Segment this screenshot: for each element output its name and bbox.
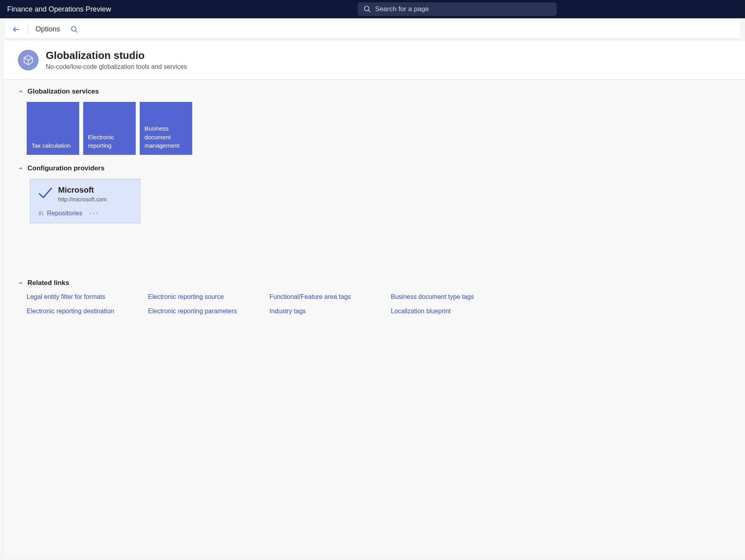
provider-header: Microsoft http://microsoft.com bbox=[37, 185, 133, 203]
link-feature-area-tags[interactable]: Functional/Feature area tags bbox=[269, 293, 383, 300]
svg-line-7 bbox=[42, 211, 43, 215]
library-icon bbox=[38, 210, 45, 217]
section-toggle-services[interactable]: Globalization services bbox=[18, 88, 731, 96]
link-industry-tags[interactable]: Industry tags bbox=[269, 308, 383, 315]
search-icon bbox=[363, 5, 371, 13]
page-title: Globalization studio bbox=[46, 49, 187, 62]
provider-card-microsoft[interactable]: Microsoft http://microsoft.com Repositor… bbox=[30, 179, 140, 223]
workspace-icon bbox=[18, 50, 39, 70]
section-toggle-related[interactable]: Related links bbox=[18, 279, 731, 287]
svg-line-4 bbox=[76, 30, 78, 32]
action-bar: Options bbox=[5, 20, 740, 39]
active-check-icon bbox=[37, 185, 53, 201]
related-links-grid: Legal entity filter for formats Electron… bbox=[27, 293, 504, 315]
link-business-doc-type-tags[interactable]: Business document type tags bbox=[391, 293, 504, 300]
repositories-label: Repositories bbox=[47, 210, 82, 217]
globalization-services-section: Globalization services Tax calculation E… bbox=[18, 88, 731, 155]
chevron-up-icon bbox=[18, 89, 23, 94]
divider bbox=[28, 25, 28, 34]
link-er-source[interactable]: Electronic reporting source bbox=[148, 293, 261, 300]
action-search-button[interactable] bbox=[70, 25, 78, 33]
tile-electronic-reporting[interactable]: Electronic reporting bbox=[83, 102, 136, 155]
tile-tax-calculation[interactable]: Tax calculation bbox=[27, 102, 79, 155]
back-button[interactable] bbox=[12, 25, 21, 34]
checkmark-icon bbox=[37, 185, 53, 200]
arrow-left-icon bbox=[12, 25, 21, 34]
chevron-up-icon bbox=[18, 166, 23, 171]
svg-point-3 bbox=[72, 26, 76, 31]
tile-label: Business document management bbox=[144, 124, 187, 150]
section-toggle-providers[interactable]: Configuration providers bbox=[18, 164, 731, 172]
configuration-providers-section: Configuration providers Microsoft http:/… bbox=[18, 164, 731, 223]
box-icon bbox=[23, 55, 34, 66]
provider-url: http://microsoft.com bbox=[58, 196, 107, 203]
more-actions-button[interactable]: ··· bbox=[90, 209, 99, 217]
options-button[interactable]: Options bbox=[35, 25, 60, 33]
link-localization-blueprint[interactable]: Localization blueprint bbox=[391, 308, 504, 315]
search-input[interactable]: Search for a page bbox=[358, 2, 557, 16]
chevron-up-icon bbox=[18, 280, 23, 286]
provider-actions: Repositories ··· bbox=[38, 209, 133, 217]
app-title: Finance and Operations Preview bbox=[7, 5, 111, 14]
repositories-link[interactable]: Repositories bbox=[38, 210, 82, 217]
tile-business-document-management[interactable]: Business document management bbox=[140, 102, 192, 155]
tile-label: Electronic reporting bbox=[88, 133, 131, 150]
link-er-parameters[interactable]: Electronic reporting parameters bbox=[148, 308, 261, 315]
svg-point-0 bbox=[364, 6, 369, 11]
top-bar: Finance and Operations Preview Search fo… bbox=[0, 0, 745, 18]
link-er-destination[interactable]: Electronic reporting destination bbox=[27, 308, 140, 315]
search-placeholder: Search for a page bbox=[375, 5, 429, 13]
provider-name: Microsoft bbox=[58, 185, 107, 195]
service-tiles: Tax calculation Electronic reporting Bus… bbox=[27, 102, 731, 155]
page-header: Globalization studio No-code/low-code gl… bbox=[3, 41, 745, 80]
page-subtitle: No-code/low-code globalization tools and… bbox=[46, 63, 187, 70]
section-title: Related links bbox=[27, 279, 69, 287]
related-links-section: Related links Legal entity filter for fo… bbox=[18, 279, 731, 315]
tile-label: Tax calculation bbox=[31, 141, 74, 150]
content-area: Globalization services Tax calculation E… bbox=[3, 80, 745, 558]
svg-line-1 bbox=[368, 10, 370, 12]
section-title: Configuration providers bbox=[27, 164, 105, 172]
link-legal-entity-filter[interactable]: Legal entity filter for formats bbox=[27, 293, 140, 300]
section-title: Globalization services bbox=[27, 88, 99, 96]
search-icon bbox=[70, 25, 78, 33]
